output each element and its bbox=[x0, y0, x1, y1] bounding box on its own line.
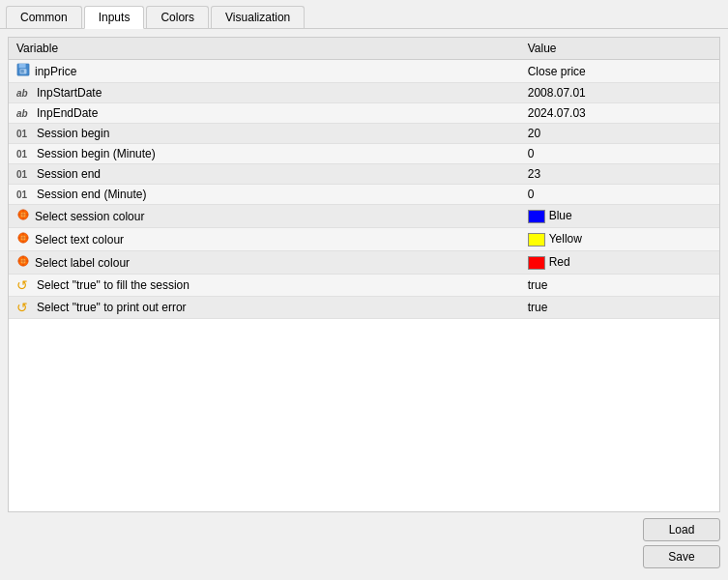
arrow-icon: ↺ bbox=[16, 277, 32, 293]
variable-cell: 01Session end (Minute) bbox=[9, 185, 520, 205]
table-row: Select text colourYellow bbox=[9, 228, 719, 251]
value-text: 20 bbox=[528, 127, 540, 140]
numeric-icon: 01 bbox=[16, 189, 32, 200]
table-row: abInpEndDate2024.07.03 bbox=[9, 103, 719, 124]
main-window: CommonInputsColorsVisualization Variable… bbox=[0, 0, 728, 580]
variable-cell: abInpStartDate bbox=[9, 83, 520, 103]
value-cell: 2008.07.01 bbox=[520, 83, 719, 103]
content-area: Variable Value inpPriceClose priceabInpS… bbox=[0, 29, 728, 580]
variable-label: Select label colour bbox=[35, 256, 130, 270]
numeric-icon: 01 bbox=[16, 129, 32, 139]
variable-cell: ↺Select "true" to print out error bbox=[9, 297, 520, 319]
table-row: 01Session begin20 bbox=[9, 124, 719, 144]
variable-label: InpEndDate bbox=[37, 106, 98, 120]
value-text: true bbox=[528, 278, 548, 292]
svg-rect-1 bbox=[19, 64, 26, 68]
table-row: 01Session end23 bbox=[9, 164, 719, 185]
table-row: 01Session end (Minute)0 bbox=[9, 185, 719, 205]
color-swatch bbox=[528, 256, 545, 270]
variable-label: Session end bbox=[37, 167, 101, 181]
variable-label: Select session colour bbox=[35, 210, 144, 223]
tab-common[interactable]: Common bbox=[6, 6, 82, 28]
variable-cell: Select label colour bbox=[9, 251, 520, 275]
tab-colors[interactable]: Colors bbox=[146, 6, 209, 28]
tab-visualization[interactable]: Visualization bbox=[211, 6, 305, 28]
table-row: inpPriceClose price bbox=[9, 60, 719, 83]
table-header-row: Variable Value bbox=[9, 38, 719, 60]
variable-label: Session begin (Minute) bbox=[37, 147, 156, 160]
value-cell: 23 bbox=[520, 164, 719, 185]
variable-cell: ↺Select "true" to fill the session bbox=[9, 275, 520, 297]
col-variable: Variable bbox=[9, 38, 520, 60]
variable-cell: 01Session begin bbox=[9, 124, 520, 144]
variable-label: Select "true" to print out error bbox=[37, 301, 187, 314]
numeric-icon: 01 bbox=[16, 149, 32, 160]
color-swatch bbox=[528, 210, 545, 223]
value-cell: Yellow bbox=[520, 228, 719, 251]
color-value-text: Yellow bbox=[549, 232, 582, 246]
value-cell: 0 bbox=[520, 144, 719, 164]
variable-cell: 01Session end bbox=[9, 164, 520, 185]
value-text: 0 bbox=[528, 188, 535, 201]
variable-label: Select "true" to fill the session bbox=[37, 278, 189, 292]
color-picker-icon bbox=[16, 208, 30, 224]
color-value-text: Red bbox=[549, 255, 570, 269]
value-cell: true bbox=[520, 275, 719, 297]
value-text: 23 bbox=[528, 167, 540, 181]
variable-label: Session end (Minute) bbox=[37, 188, 146, 201]
variables-table-container: Variable Value inpPriceClose priceabInpS… bbox=[8, 37, 720, 512]
table-row: 01Session begin (Minute)0 bbox=[9, 144, 719, 164]
button-area: Load Save bbox=[8, 518, 720, 572]
value-cell: Red bbox=[520, 251, 719, 275]
ab-icon: ab bbox=[16, 88, 32, 99]
variable-cell: Select text colour bbox=[9, 228, 520, 251]
variable-label: InpStartDate bbox=[37, 86, 102, 100]
disk-icon bbox=[16, 63, 30, 79]
value-cell: 2024.07.03 bbox=[520, 103, 719, 124]
load-button[interactable]: Load bbox=[643, 518, 720, 541]
color-picker-icon bbox=[16, 231, 30, 247]
arrow-icon: ↺ bbox=[16, 300, 32, 315]
table-row: abInpStartDate2008.07.01 bbox=[9, 83, 719, 103]
value-text: Close price bbox=[528, 65, 586, 78]
variable-cell: Select session colour bbox=[9, 205, 520, 228]
value-cell: 0 bbox=[520, 185, 719, 205]
value-text: 2024.07.03 bbox=[528, 106, 586, 120]
table-row: ↺Select "true" to fill the sessiontrue bbox=[9, 275, 719, 297]
tab-bar: CommonInputsColorsVisualization bbox=[0, 0, 728, 29]
variable-label: Session begin bbox=[37, 127, 109, 140]
save-button[interactable]: Save bbox=[643, 545, 720, 568]
variable-label: Select text colour bbox=[35, 233, 124, 246]
tab-inputs[interactable]: Inputs bbox=[84, 6, 145, 29]
variable-cell: abInpEndDate bbox=[9, 103, 520, 124]
color-picker-icon bbox=[16, 254, 30, 271]
variables-table: Variable Value inpPriceClose priceabInpS… bbox=[9, 38, 719, 319]
variable-cell: 01Session begin (Minute) bbox=[9, 144, 520, 164]
value-cell: Close price bbox=[520, 60, 719, 83]
color-value-text: Blue bbox=[549, 209, 572, 222]
col-value: Value bbox=[520, 38, 719, 60]
color-swatch bbox=[528, 233, 545, 246]
variable-label: inpPrice bbox=[35, 65, 76, 78]
table-row: ↺Select "true" to print out errortrue bbox=[9, 297, 719, 319]
value-text: true bbox=[528, 301, 548, 314]
table-row: Select session colourBlue bbox=[9, 205, 719, 228]
variable-cell: inpPrice bbox=[9, 60, 520, 83]
value-cell: true bbox=[520, 297, 719, 319]
numeric-icon: 01 bbox=[16, 169, 32, 180]
svg-rect-3 bbox=[20, 70, 24, 73]
table-row: Select label colourRed bbox=[9, 251, 719, 275]
value-cell: 20 bbox=[520, 124, 719, 144]
value-cell: Blue bbox=[520, 205, 719, 228]
value-text: 2008.07.01 bbox=[528, 86, 586, 100]
ab-icon: ab bbox=[16, 108, 32, 119]
value-text: 0 bbox=[528, 147, 535, 160]
